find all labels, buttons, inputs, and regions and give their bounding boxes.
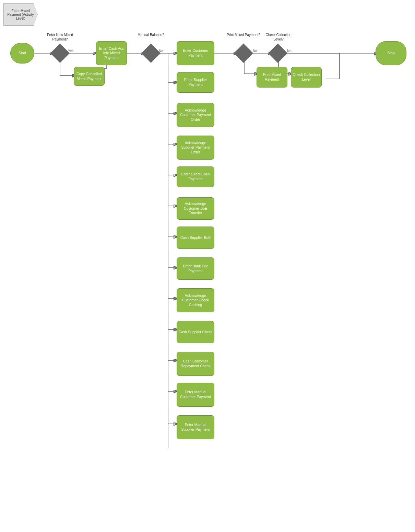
ack-supplier-payment-order-node: Acknowledge Supplier Payment Order <box>177 136 214 160</box>
ack-customer-boe-node: Acknowledge Customer BoE Transfer <box>177 197 214 220</box>
diamond-print-mixed <box>234 44 253 63</box>
diamond4-label: Check Collection Level? <box>261 33 296 42</box>
ack-customer-payment-order-node: Acknowledge Customer Payment Order <box>177 103 214 127</box>
cash-supplier-check-node: Cash Supplier Check <box>177 321 214 343</box>
stop-node: Stop <box>376 41 406 65</box>
cash-supplier-boe-node: Cash Supplier BoE <box>177 227 214 249</box>
copy-cancelled-node: Copy Cancelled Mixed Payment <box>74 67 105 86</box>
diagram-container: Enter Mixed Payment (Activity Level) <box>0 0 415 532</box>
check-collection-level-node: Check Collection Level <box>291 67 322 88</box>
enter-supplier-payment-node: Enter Supplier Payment <box>177 72 214 93</box>
diamond-check-collection <box>268 44 288 63</box>
edge-no2: No <box>253 49 257 53</box>
diamond-manual-balance <box>141 44 161 63</box>
ack-customer-check-node: Acknowledge Customer Check Cashing <box>177 288 214 312</box>
enter-customer-payment-node: Enter Customer Payment <box>177 41 214 65</box>
edge-no1: No <box>159 49 163 53</box>
activity-label: Enter Mixed Payment (Activity Level) <box>3 3 38 26</box>
cash-customer-repayment-node: Cash Customer Repayment Check <box>177 352 214 376</box>
enter-cash-acc-node: Enter Cash Acc Info Mixed Payment <box>96 41 127 65</box>
diamond1-label: Enter New Mixed Payment? <box>45 33 75 42</box>
print-mixed-payment-node: Print Mixed Payment <box>257 67 287 88</box>
diamond3-label: Print Mixed Payment? <box>226 33 261 37</box>
diamond-enter-new-mixed <box>50 44 70 63</box>
enter-manual-customer-node: Enter Manual Customer Payment <box>177 383 214 407</box>
edge-yes1: Yes <box>68 49 73 53</box>
enter-manual-supplier-node: Enter Manual Supplier Payment <box>177 415 214 439</box>
edge-no3: No <box>287 49 292 53</box>
diamond2-label: Manual Balance? <box>135 33 166 37</box>
enter-direct-cash-node: Enter Direct Cash Payment <box>177 166 214 187</box>
start-node: Start <box>10 43 34 63</box>
enter-bank-fee-node: Enter Bank Fee Payment <box>177 257 214 280</box>
